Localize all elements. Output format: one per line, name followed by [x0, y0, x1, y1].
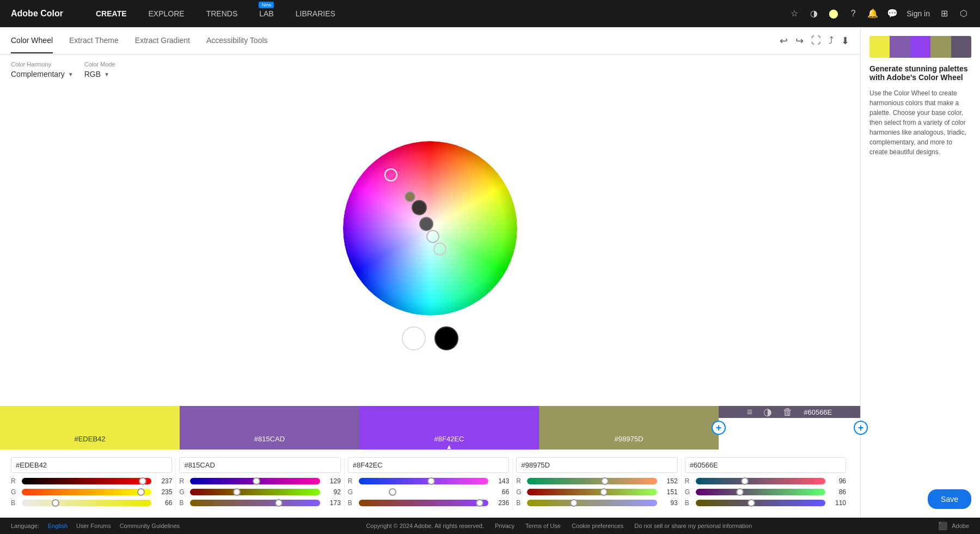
- swatch-hex-2: #815CAD: [254, 435, 285, 443]
- save-button[interactable]: Save: [928, 489, 971, 509]
- b-label-1: B: [11, 499, 17, 507]
- b-label-3: B: [348, 499, 354, 507]
- g-track-4[interactable]: [527, 489, 657, 495]
- wheel-dot-5[interactable]: [426, 230, 439, 243]
- wheel-dot-3[interactable]: [412, 200, 427, 215]
- g-track-2[interactable]: [190, 489, 320, 495]
- palette-swatch-4[interactable]: #98975D: [539, 406, 719, 450]
- adobe-logo-icon: ⬛: [938, 521, 947, 530]
- nav-libraries[interactable]: LIBRARIES: [296, 9, 335, 18]
- r-track-2[interactable]: [190, 478, 320, 484]
- download-icon[interactable]: ⬇: [841, 35, 849, 47]
- fullscreen-icon[interactable]: ⛶: [811, 35, 821, 46]
- shade-dot-black[interactable]: [434, 326, 458, 350]
- color-column-4: R 152 G 151 B: [513, 457, 681, 510]
- r-track-5[interactable]: [696, 478, 825, 484]
- tab-color-wheel[interactable]: Color Wheel: [11, 28, 53, 53]
- wheel-dot-1[interactable]: [384, 168, 397, 181]
- mode-chevron: ▼: [104, 71, 109, 77]
- privacy-link[interactable]: Privacy: [495, 523, 514, 529]
- b-track-5[interactable]: [696, 500, 825, 506]
- panel-title: Generate stunning palettes with Adobe's …: [869, 64, 971, 82]
- palette-swatch-1[interactable]: #EDEB42: [0, 406, 180, 450]
- tab-accessibility[interactable]: Accessibility Tools: [206, 28, 268, 53]
- swatch-hex-1: #EDEB42: [74, 435, 105, 443]
- apps-icon[interactable]: ⬡: [958, 8, 969, 19]
- grid-icon[interactable]: ⊞: [939, 8, 950, 19]
- swatch-hex-4: #98975D: [615, 435, 644, 443]
- tab-extract-gradient[interactable]: Extract Gradient: [135, 28, 190, 53]
- g-track-5[interactable]: [696, 489, 825, 495]
- r-track-4[interactable]: [527, 478, 657, 484]
- nav-right: ☆ ◑ ⬤ ? 🔔 💬 Sign in ⊞ ⬡: [789, 8, 969, 19]
- r-track-1[interactable]: [22, 478, 151, 484]
- b-slider-row-3: B 236: [348, 499, 509, 507]
- lab-badge: New: [259, 2, 274, 8]
- user-forums-link[interactable]: User Forums: [76, 523, 111, 529]
- add-palette-button[interactable]: +: [854, 421, 868, 435]
- g-label-5: G: [685, 488, 691, 496]
- nav-lab[interactable]: New LAB: [259, 9, 273, 18]
- hex-input-1[interactable]: [11, 457, 172, 473]
- language-value[interactable]: English: [48, 523, 68, 529]
- nav-explore[interactable]: EXPLORE: [149, 9, 185, 18]
- color-inputs-area: R 237 G 235 B: [0, 450, 860, 518]
- redo-icon[interactable]: ↪: [795, 35, 804, 47]
- wheel-dot-6[interactable]: [433, 242, 446, 256]
- mode-select[interactable]: RGB ▼: [84, 70, 115, 78]
- preview-swatch-4: [930, 36, 951, 58]
- palette-bar: #EDEB42 #815CAD #8F42EC #98975D: [0, 406, 719, 450]
- moon-icon[interactable]: ◑: [808, 8, 819, 19]
- r-label-2: R: [179, 477, 186, 485]
- g-track-1[interactable]: [22, 489, 151, 495]
- delete-icon[interactable]: 🗑: [783, 406, 793, 418]
- color-wheel-icon[interactable]: ⬤: [828, 8, 839, 19]
- r-track-3[interactable]: [359, 478, 488, 484]
- nav-create[interactable]: CREATE: [96, 9, 127, 18]
- hex-input-3[interactable]: [348, 457, 509, 473]
- help-icon[interactable]: ?: [848, 8, 859, 19]
- chat-icon[interactable]: 💬: [887, 8, 898, 19]
- swatch-5-container: + ≡ ◑ 🗑 #60566E +: [719, 406, 860, 450]
- signin-button[interactable]: Sign in: [906, 9, 930, 18]
- preview-swatch-5: [951, 36, 971, 58]
- palette-swatch-2[interactable]: #815CAD: [180, 406, 359, 450]
- harmony-select[interactable]: Complementary ▼: [11, 70, 74, 78]
- b-track-4[interactable]: [527, 500, 657, 506]
- contrast-icon[interactable]: ◑: [763, 406, 772, 418]
- preview-swatch-1: [869, 36, 890, 58]
- hex-input-4[interactable]: [516, 457, 677, 473]
- palette-swatch-3[interactable]: #8F42EC: [359, 406, 539, 450]
- shade-dots: [402, 326, 458, 350]
- terms-link[interactable]: Terms of Use: [525, 523, 561, 529]
- b-track-3[interactable]: [359, 500, 488, 506]
- panel-description: Use the Color Wheel to create harmonious…: [869, 88, 971, 157]
- r-slider-row-4: R 152: [516, 477, 677, 485]
- color-wheel-area: [0, 85, 860, 406]
- copyright: Copyright © 2024 Adobe. All rights reser…: [366, 523, 484, 529]
- g-track-3[interactable]: [359, 489, 488, 495]
- cookie-link[interactable]: Cookie preferences: [572, 523, 623, 529]
- wheel-dot-4[interactable]: [419, 217, 433, 231]
- community-guidelines-link[interactable]: Community Guidelines: [120, 523, 180, 529]
- b-track-2[interactable]: [190, 500, 320, 506]
- shade-dot-white[interactable]: [402, 326, 426, 350]
- share-icon[interactable]: ⤴: [829, 35, 834, 46]
- undo-icon[interactable]: ↩: [780, 35, 788, 47]
- footer-center: Copyright © 2024 Adobe. All rights reser…: [366, 523, 752, 529]
- add-swatch-button[interactable]: +: [712, 421, 726, 435]
- b-track-1[interactable]: [22, 500, 151, 506]
- wheel-dot-2[interactable]: [405, 191, 415, 202]
- r-label-4: R: [516, 477, 523, 485]
- mode-label: Color Mode: [84, 61, 115, 68]
- bell-icon[interactable]: 🔔: [867, 8, 878, 19]
- tab-extract-theme[interactable]: Extract Theme: [69, 28, 119, 53]
- do-not-sell-link[interactable]: Do not sell or share my personal informa…: [634, 523, 752, 529]
- nav-trends[interactable]: TRENDS: [206, 9, 238, 18]
- b-slider-row-1: B 66: [11, 499, 172, 507]
- color-wheel-wrapper[interactable]: [343, 141, 517, 315]
- star-icon[interactable]: ☆: [789, 8, 800, 19]
- filter-icon[interactable]: ≡: [747, 406, 753, 418]
- hex-input-5[interactable]: [685, 457, 846, 473]
- hex-input-2[interactable]: [179, 457, 340, 473]
